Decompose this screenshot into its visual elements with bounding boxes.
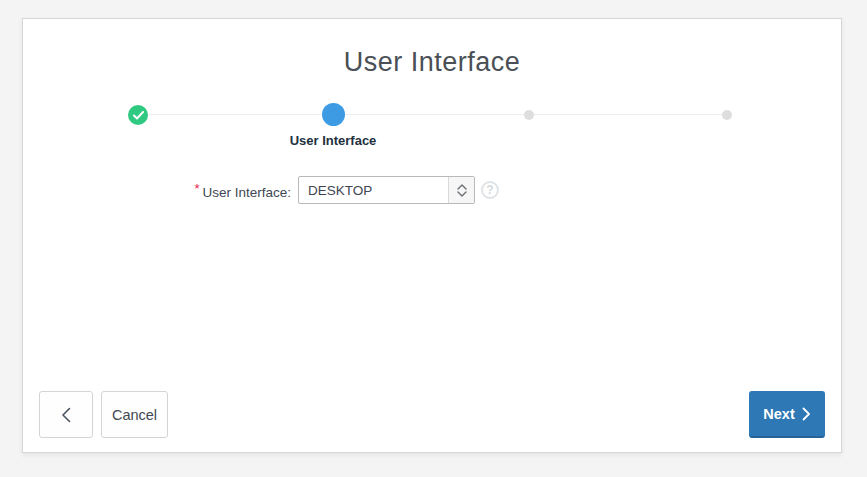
chevron-left-icon xyxy=(61,407,71,423)
stepper-line xyxy=(138,114,727,115)
chevron-right-icon xyxy=(802,407,811,421)
user-interface-select[interactable]: DESKTOP xyxy=(298,176,475,204)
stepper-step-2-current[interactable] xyxy=(322,103,345,126)
checkmark-icon xyxy=(133,111,144,120)
stepper-step-1-complete[interactable] xyxy=(128,105,148,125)
user-interface-field-label: *User Interface: xyxy=(83,181,291,200)
chevron-down-icon xyxy=(457,191,467,197)
select-spinner[interactable] xyxy=(448,177,474,203)
stepper-step-4-pending xyxy=(722,110,732,120)
required-marker: * xyxy=(194,181,199,196)
select-value: DESKTOP xyxy=(299,177,448,203)
page-title: User Interface xyxy=(23,47,841,78)
cancel-button[interactable]: Cancel xyxy=(101,391,168,438)
next-button-label: Next xyxy=(763,406,794,422)
wizard-card: User Interface User Interface *User Inte… xyxy=(22,18,842,453)
back-button[interactable] xyxy=(39,391,93,438)
next-button[interactable]: Next xyxy=(749,391,825,438)
stepper-current-label: User Interface xyxy=(263,133,403,148)
help-icon[interactable]: ? xyxy=(481,181,499,199)
chevron-up-icon xyxy=(457,184,467,190)
stepper-step-3-pending xyxy=(524,110,534,120)
field-label-text: User Interface: xyxy=(202,185,291,200)
